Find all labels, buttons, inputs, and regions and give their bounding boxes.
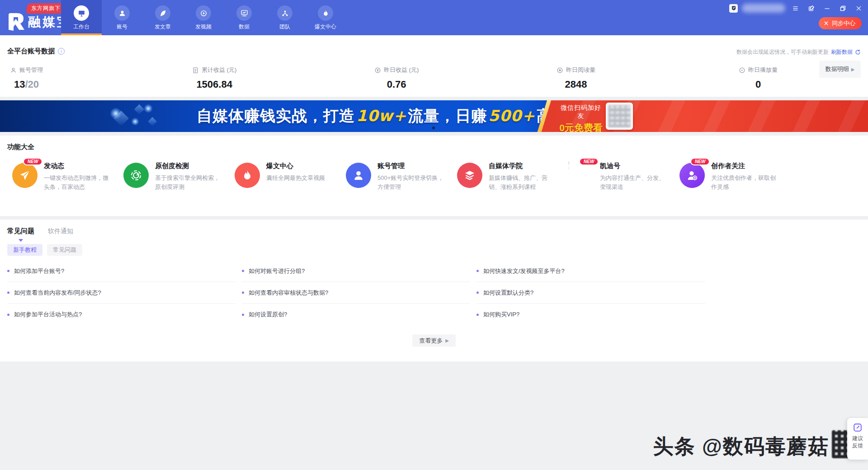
- promo-line1: 微信扫码加好友: [557, 104, 604, 120]
- feature-card-kaidi[interactable]: NEW 凯迪 凯迪号 为内容打通生产、分发、变现渠道: [568, 162, 675, 205]
- feature-desc: 关注优质创作者，获取创作灵感: [711, 174, 779, 192]
- feature-card-originality-check[interactable]: 原创度检测 基于搜索引擎全网检索，原创度评测: [123, 162, 230, 205]
- brand-badge: 东方网旗下: [27, 3, 65, 14]
- stat-total-income: 累计收益 (元) 1506.84: [192, 66, 236, 90]
- sync-x-icon: [824, 21, 829, 26]
- stat-label: 昨日播放量: [748, 66, 778, 74]
- view-more-button[interactable]: 查看更多 ▶: [412, 334, 456, 347]
- features-title: 功能大全: [7, 143, 34, 151]
- stat-account-management: 账号管理 13/20: [10, 66, 43, 90]
- tab-faq[interactable]: 常见问题: [7, 227, 34, 235]
- minimize-icon[interactable]: [821, 3, 833, 14]
- nav-item-hot-center[interactable]: 爆文中心: [305, 0, 346, 35]
- new-badge: NEW: [579, 158, 599, 165]
- pill-common-questions[interactable]: 常见问题: [47, 244, 82, 256]
- feature-title: 创作者关注: [711, 162, 786, 170]
- banner-diamond-deco: [134, 104, 145, 115]
- nav-item-publish-article[interactable]: 发文章: [142, 0, 183, 35]
- blurred-qr-code: [606, 103, 633, 130]
- feature-title: 自媒体学院: [489, 162, 564, 170]
- pill-beginner-tutorial[interactable]: 新手教程: [7, 244, 42, 256]
- faq-question[interactable]: 如何设置原创?: [242, 304, 470, 325]
- info-icon[interactable]: i: [58, 48, 65, 55]
- refresh-icon[interactable]: [855, 49, 861, 55]
- feature-desc: 基于搜索引擎全网检索，原创度评测: [155, 174, 223, 192]
- tray-app-icon[interactable]: [729, 4, 738, 13]
- team-org-icon: [277, 5, 292, 21]
- kaidi-logo-text: 凯迪: [568, 163, 569, 170]
- features-section: 功能大全 NEW 发动态 一键发布动态到微博，微头条，百家动态 原创度检测 基于…: [0, 136, 868, 216]
- faq-tabs: 常见问题 软件通知: [7, 227, 73, 235]
- feature-card-hot-center[interactable]: 爆文中心 囊括全网最热文章视频: [235, 162, 341, 205]
- coin-icon: [374, 67, 381, 74]
- faq-question[interactable]: 如何对账号进行分组?: [242, 260, 470, 282]
- refresh-note: 数据会出现延迟情况，可手动刷新更新 刷新数据: [736, 48, 861, 56]
- menu-icon[interactable]: [789, 3, 801, 14]
- close-icon[interactable]: [853, 3, 864, 14]
- receipt-icon: [192, 67, 199, 74]
- flame-icon: [235, 163, 260, 188]
- app-window: 东方网旗下 融媒宝 工作台 账号 发文章: [0, 0, 868, 470]
- sync-center-button[interactable]: 同步中心: [819, 17, 862, 29]
- new-badge: NEW: [23, 158, 42, 165]
- user-icon: [10, 67, 17, 74]
- faq-question[interactable]: 如何快速发文/发视频至多平台?: [476, 260, 705, 282]
- feature-desc: 一键发布动态到微博，微头条，百家动态: [44, 174, 112, 192]
- faq-question[interactable]: 如何设置默认分类?: [476, 282, 705, 304]
- account-user-icon: [114, 5, 130, 21]
- play-circle-icon: [739, 67, 745, 74]
- watermark-text: 头条 @数码毒蘑菇: [653, 433, 829, 460]
- nav-label: 团队: [279, 23, 290, 31]
- faq-question[interactable]: 如何查看当前内容发布/同步状态?: [7, 282, 236, 304]
- nav-item-workbench[interactable]: 工作台: [61, 0, 102, 35]
- stat-value: 0: [739, 79, 778, 90]
- stat-label: 账号管理: [19, 66, 43, 74]
- data-detail-button[interactable]: 数据明细 ▶: [819, 61, 861, 78]
- refresh-data-link[interactable]: 刷新数据: [831, 48, 853, 56]
- restore-window-icon[interactable]: [837, 3, 849, 14]
- carousel-dot[interactable]: [432, 127, 435, 129]
- tab-software-notice[interactable]: 软件通知: [48, 227, 73, 235]
- nav-item-account[interactable]: 账号: [102, 0, 142, 35]
- nav-item-publish-video[interactable]: 发视频: [183, 0, 224, 35]
- banner-glow-dot: [131, 118, 139, 126]
- promo-banner[interactable]: 自媒体赚钱实战，打造10w+流量，日赚500+高收益玩法 微信扫码加好友 0元免…: [0, 100, 868, 132]
- nav-label: 爆文中心: [315, 23, 336, 31]
- faq-question[interactable]: 如何参加平台活动与热点?: [7, 304, 236, 325]
- chevron-right-icon: ▶: [445, 338, 449, 343]
- workbench-monitor-icon: [74, 5, 89, 21]
- feature-card-creator-follow[interactable]: NEW 创作者关注 关注优质创作者，获取创作灵感: [679, 162, 786, 205]
- stats-title: 全平台账号数据: [7, 47, 55, 56]
- faq-question[interactable]: 如何购买VIP?: [476, 304, 705, 325]
- view-more-label: 查看更多: [419, 337, 443, 345]
- app-logo-icon: [6, 12, 26, 31]
- window-titlebar: [729, 3, 864, 14]
- user-plus-icon: [679, 163, 705, 188]
- feature-card-media-academy[interactable]: 自媒体学院 新媒体赚钱、推广、营销、涨粉系列课程: [457, 162, 564, 205]
- video-play-icon: [196, 5, 211, 21]
- feature-card-post-moment[interactable]: NEW 发动态 一键发布动态到微博，微头条，百家动态: [12, 162, 119, 205]
- feature-desc: 囊括全网最热文章视频: [266, 174, 334, 183]
- article-pen-icon: [155, 5, 170, 21]
- faq-question[interactable]: 如何查看内容审核状态与数据?: [242, 282, 470, 304]
- edit-compose-icon[interactable]: [805, 3, 817, 14]
- stat-yesterday-plays: 昨日播放量 0: [739, 66, 778, 90]
- nav-label: 发视频: [195, 23, 212, 31]
- nav-label: 账号: [117, 23, 127, 31]
- nav-item-team[interactable]: 团队: [264, 0, 305, 35]
- stat-label: 累计收益 (元): [202, 66, 236, 74]
- nav-item-data[interactable]: 数据: [224, 0, 264, 35]
- faq-question[interactable]: 如何添加平台账号?: [7, 260, 236, 282]
- feature-card-account-management[interactable]: 账号管理 500+账号实时登录切换，方便管理: [346, 162, 453, 205]
- chevron-right-icon: ▶: [851, 67, 855, 72]
- faq-filter-pills: 新手教程 常见问题: [7, 244, 82, 256]
- academy-layers-icon: [457, 163, 482, 188]
- sync-center-label: 同步中心: [832, 19, 855, 28]
- feature-title: 凯迪号: [600, 162, 675, 170]
- feedback-label-line1: 建议: [852, 435, 863, 442]
- feedback-button[interactable]: 建议 反馈: [847, 418, 868, 460]
- new-badge: NEW: [690, 158, 710, 165]
- nav-label: 工作台: [73, 23, 90, 31]
- stat-value: 1506.84: [192, 79, 236, 90]
- data-detail-label: 数据明细: [826, 65, 849, 73]
